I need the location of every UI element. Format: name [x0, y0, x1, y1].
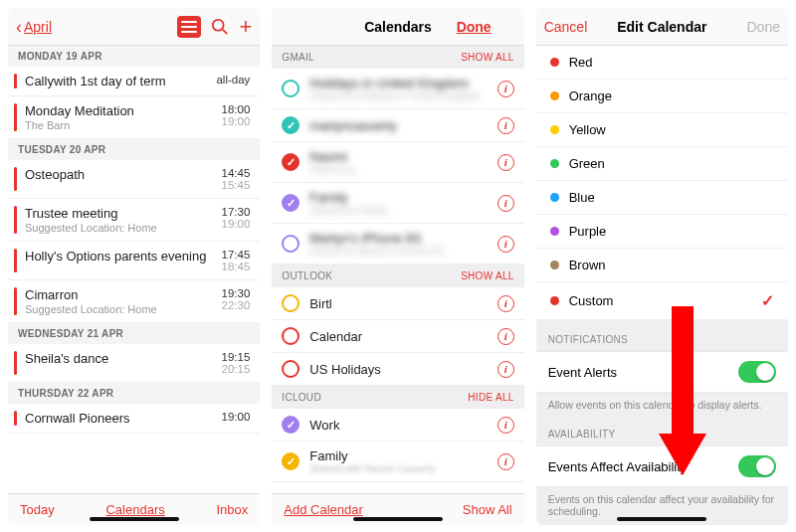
- calendar-subtitle: Shared by Martyn's iPhone 6S: [309, 246, 487, 257]
- today-button[interactable]: Today: [20, 502, 55, 517]
- home-indicator: [90, 517, 179, 521]
- calendar-row[interactable]: Holidays in United KingdomShared by Holi…: [272, 69, 523, 109]
- svg-point-0: [213, 19, 224, 30]
- event-times: 17:3019:00: [222, 206, 251, 234]
- calendar-row[interactable]: NaomiShared by i: [272, 142, 523, 183]
- info-icon[interactable]: i: [498, 236, 514, 253]
- event-title: Monday Meditation: [25, 103, 222, 118]
- event-alerts-toggle[interactable]: [738, 361, 776, 383]
- event-row[interactable]: Holly's Options parents evening 17:4518:…: [8, 242, 260, 280]
- calendar-checkbox-icon[interactable]: [282, 116, 299, 134]
- info-icon[interactable]: i: [498, 417, 514, 434]
- calendar-checkbox-icon[interactable]: [282, 153, 299, 171]
- calendars-scroll[interactable]: GMAILSHOW ALL Holidays in United Kingdom…: [272, 46, 523, 493]
- info-icon[interactable]: i: [498, 453, 514, 470]
- done-button: Done: [747, 19, 780, 35]
- edit-calendar-screen: Cancel Edit Calendar Done Red Orange Yel…: [536, 8, 788, 525]
- info-icon[interactable]: i: [498, 328, 514, 345]
- calendar-name: Naomi: [309, 149, 487, 164]
- section-name: OUTLOOK: [282, 270, 332, 281]
- info-icon[interactable]: i: [498, 295, 514, 312]
- search-icon[interactable]: [211, 18, 229, 36]
- event-row[interactable]: Osteopath 14:4515:45: [8, 160, 260, 199]
- info-icon[interactable]: i: [498, 154, 514, 171]
- calendar-row[interactable]: martyncasserly i: [272, 109, 523, 142]
- calendar-checkbox-icon[interactable]: [282, 194, 299, 212]
- color-dot-icon: [550, 227, 559, 236]
- chevron-left-icon: ‹: [16, 18, 22, 36]
- color-dot-icon: [550, 125, 559, 134]
- calendar-row[interactable]: FamilyShared by Family i: [272, 183, 523, 224]
- info-icon[interactable]: i: [498, 81, 514, 97]
- color-option[interactable]: Red: [536, 46, 788, 80]
- calendar-checkbox-icon[interactable]: [282, 294, 299, 312]
- color-dot-icon: [550, 261, 559, 269]
- events-affect-toggle[interactable]: [738, 455, 776, 477]
- color-dot-icon: [550, 58, 559, 67]
- event-row[interactable]: Sheila's dance 19:1520:15: [8, 344, 260, 383]
- calendar-subtitle: Shared with Naomi Casserly: [309, 463, 487, 474]
- event-row[interactable]: Callywith 1st day of term all-day: [8, 67, 260, 96]
- color-option[interactable]: Green: [536, 147, 788, 181]
- event-row[interactable]: Trustee meetingSuggested Location: Home …: [8, 199, 260, 242]
- screen-title: Calendars: [364, 19, 432, 35]
- section-action[interactable]: HIDE ALL: [468, 392, 513, 403]
- color-option[interactable]: Purple: [536, 215, 788, 249]
- calendar-checkbox-icon[interactable]: [282, 360, 299, 378]
- done-button[interactable]: Done: [457, 19, 492, 35]
- inbox-button[interactable]: Inbox: [217, 502, 249, 517]
- availability-header: AVAILABILITY: [536, 423, 788, 445]
- calendar-row[interactable]: Work i: [272, 409, 523, 442]
- event-subtitle: Suggested Location: Home: [25, 222, 222, 234]
- edit-scroll[interactable]: Red Orange Yellow Green Blue Purple Brow…: [536, 46, 788, 525]
- event-title: Trustee meeting: [25, 206, 222, 221]
- events-affect-row[interactable]: Events Affect Availability: [536, 445, 788, 487]
- event-alerts-label: Event Alerts: [548, 365, 617, 380]
- calendar-row[interactable]: Martyn's iPhone 6SShared by Martyn's iPh…: [272, 224, 523, 265]
- color-label: Yellow: [569, 122, 606, 137]
- events-scroll[interactable]: MONDAY 19 APR Callywith 1st day of term …: [8, 46, 260, 493]
- calendar-checkbox-icon[interactable]: [282, 416, 299, 434]
- back-button[interactable]: ‹ April: [16, 18, 52, 36]
- color-option[interactable]: Yellow: [536, 113, 788, 147]
- info-icon[interactable]: i: [498, 361, 514, 378]
- event-row[interactable]: Cornwall Pioneers 19:00: [8, 404, 260, 434]
- show-all-button[interactable]: Show All: [463, 502, 512, 517]
- calendar-checkbox-icon[interactable]: [282, 80, 299, 97]
- add-calendar-button[interactable]: Add Calendar: [284, 502, 363, 517]
- navbar: ‹ April +: [8, 8, 260, 46]
- section-header: OUTLOOKSHOW ALL: [272, 265, 523, 287]
- section-action[interactable]: SHOW ALL: [461, 270, 514, 281]
- event-title: Callywith 1st day of term: [25, 74, 216, 89]
- color-option[interactable]: Brown: [536, 249, 788, 282]
- calendar-row[interactable]: Calendar i: [272, 320, 523, 353]
- calendar-checkbox-icon[interactable]: [282, 235, 299, 253]
- section-header: GMAILSHOW ALL: [272, 46, 523, 69]
- event-row[interactable]: CimarronSuggested Location: Home 19:3022…: [8, 280, 260, 323]
- cancel-button[interactable]: Cancel: [544, 19, 588, 35]
- color-option[interactable]: Custom✓: [536, 282, 788, 320]
- list-view-icon[interactable]: [177, 16, 201, 38]
- calendar-row[interactable]: US Holidays i: [272, 353, 523, 386]
- calendar-checkbox-icon[interactable]: [282, 452, 299, 470]
- calendar-checkbox-icon[interactable]: [282, 327, 299, 345]
- color-label: Orange: [569, 89, 612, 103]
- event-row[interactable]: Monday MeditationThe Barn 18:0019:00: [8, 96, 260, 139]
- calendar-name: Family: [309, 448, 487, 463]
- color-option[interactable]: Orange: [536, 80, 788, 113]
- event-alerts-row[interactable]: Event Alerts: [536, 351, 788, 393]
- calendars-button[interactable]: Calendars: [105, 502, 164, 517]
- color-label: Blue: [569, 190, 595, 205]
- info-icon[interactable]: i: [498, 117, 514, 134]
- events-affect-label: Events Affect Availability: [548, 459, 688, 474]
- color-dot-icon: [550, 91, 559, 100]
- calendar-row[interactable]: Birtl i: [272, 287, 523, 320]
- calendar-row[interactable]: FamilyShared with Naomi Casserly i: [272, 442, 523, 482]
- add-event-button[interactable]: +: [239, 16, 252, 38]
- info-icon[interactable]: i: [498, 195, 514, 212]
- event-title: Cornwall Pioneers: [25, 411, 222, 426]
- color-option[interactable]: Blue: [536, 181, 788, 215]
- day-header: TUESDAY 20 APR: [8, 139, 260, 160]
- section-action[interactable]: SHOW ALL: [461, 52, 514, 63]
- screen-title: Edit Calendar: [617, 19, 706, 35]
